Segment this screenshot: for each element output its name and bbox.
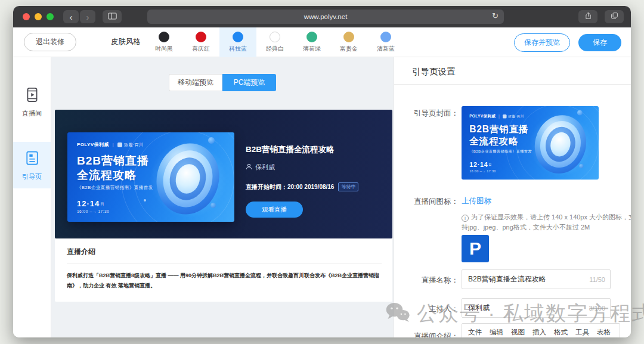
exit-decoration-button[interactable]: 退出装修 — [24, 33, 76, 51]
save-button[interactable]: 保存 — [578, 34, 621, 51]
sidebar-toggle-button[interactable] — [103, 10, 122, 23]
skin-swatch-green[interactable]: 薄荷绿 — [293, 27, 330, 57]
partner-logo: 致趣·百川 — [503, 114, 524, 119]
decor-dot — [144, 199, 146, 202]
reload-icon[interactable]: ↻ — [492, 11, 499, 20]
logo-separator: | — [113, 142, 114, 147]
skin-swatches: 时尚黑 喜庆红 科技蓝 经典白 薄荷绿 — [145, 27, 404, 57]
decor-dot — [577, 110, 583, 116]
skin-swatch-red[interactable]: 喜庆红 — [182, 27, 219, 57]
upload-hint: i为了保证显示效果，请上传 140 x 140px 大小的图标，支持jpg、jp… — [462, 212, 631, 233]
toolbar-actions: 保存并预览 保存 — [514, 27, 621, 57]
skin-swatch-black[interactable]: 时尚黑 — [145, 27, 182, 57]
live-intro-section: 直播介绍 保利威打造「B2B营销直播8级攻略」直播 —— 用90分钟拆解B2B营… — [55, 238, 392, 302]
upload-icon-link[interactable]: 上传图标 — [462, 196, 491, 206]
share-icon — [584, 11, 592, 22]
person-icon — [246, 163, 252, 171]
banner-subtitle: 《B2B企业直播营销指南》直播首发 — [469, 149, 532, 154]
logo-separator: | — [499, 114, 500, 118]
skin-swatch-lightblue[interactable]: 清新蓝 — [367, 27, 404, 57]
sidebar-item-label: 直播间 — [22, 109, 42, 118]
sidebar-item-live-room[interactable]: 直播间 — [13, 79, 51, 125]
skin-swatch-gold[interactable]: 富贵金 — [330, 27, 367, 57]
banner-time: 16:00 ─→ 17:30 — [469, 169, 496, 173]
editor-menu-insert[interactable]: 插入 — [532, 328, 546, 337]
swatch-label: 清新蓝 — [377, 45, 395, 53]
editor-menu-tools[interactable]: 工具 — [575, 328, 589, 337]
editor-menu-edit[interactable]: 编辑 — [490, 328, 503, 337]
status-badge: 等待中 — [338, 182, 358, 191]
color-dot — [159, 32, 169, 42]
decor-dot — [579, 164, 583, 168]
live-host: 保利威 — [246, 163, 358, 172]
banner-date: 12·14日 — [469, 161, 496, 168]
save-and-preview-button[interactable]: 保存并预览 — [514, 33, 570, 52]
editor-menu-bar: 文件 编辑 视图 插入 格式 工具 表格 — [462, 324, 620, 337]
back-button[interactable]: ‹ — [63, 10, 79, 23]
address-bar[interactable]: www.polyv.net ↻ — [147, 10, 504, 24]
editor-menu-view[interactable]: 视图 — [511, 328, 525, 337]
tab-pc-preview[interactable]: PC端预览 — [222, 74, 276, 91]
swatch-label: 时尚黑 — [155, 45, 173, 53]
skin-swatch-blue[interactable]: 科技蓝 — [219, 27, 256, 57]
swatch-label: 经典白 — [266, 45, 284, 53]
forward-button[interactable]: › — [80, 10, 95, 23]
maximize-window-icon[interactable] — [47, 13, 54, 20]
live-name-label: 直播名称： — [399, 275, 459, 286]
live-name-field: 11/50 — [462, 269, 611, 289]
guide-page-icon — [24, 150, 41, 169]
banner-logos: POLYV保利威 | 致趣·百川 — [469, 113, 524, 119]
partner-logo: 致趣·百川 — [117, 142, 143, 148]
traffic-lights — [23, 13, 54, 20]
partner-logo-mark — [503, 114, 507, 119]
banner-date-block: 12·14日 16:00 ─→ 17:30 — [469, 161, 496, 173]
sidebar-item-label: 引导页 — [22, 172, 42, 181]
host-name: 保利威 — [255, 163, 275, 172]
tabs-overview-button[interactable] — [605, 10, 624, 23]
browser-window: ‹ › www.polyv.net ↻ — [13, 6, 631, 337]
info-icon: i — [462, 215, 469, 222]
cover-thumbnail-banner: POLYV保利威 | 致趣·百川 B2B营销直播 全流程攻略 《B2B企业直播营… — [462, 106, 599, 179]
settings-title: 引导页设置 — [412, 66, 456, 78]
color-dot — [270, 32, 280, 42]
sidebar-item-guide-page[interactable]: 引导页 — [13, 142, 51, 188]
tab-mobile-preview[interactable]: 移动端预览 — [169, 74, 222, 91]
room-intro-label: 直播间介绍： — [399, 331, 459, 337]
room-intro-editor[interactable]: 文件 编辑 视图 插入 格式 工具 表格 — [462, 323, 620, 337]
host-input[interactable] — [462, 304, 589, 312]
editor-menu-file[interactable]: 文件 — [468, 328, 482, 337]
live-start-time: 直播开始时间：20:00 2019/08/16 等待中 — [246, 182, 358, 191]
banner-subtitle: 《B2B企业直播营销指南》直播首发 — [77, 185, 153, 191]
banner-logos: POLYV保利威 | 致趣·百川 — [77, 141, 143, 148]
close-window-icon[interactable] — [23, 13, 30, 20]
browser-chrome: ‹ › www.polyv.net ↻ — [13, 6, 631, 27]
sidebar-toggle-icon — [108, 11, 117, 22]
decor-dot — [208, 137, 215, 144]
preview-tabs: 移动端预览 PC端预览 — [169, 74, 276, 91]
polyv-logo: POLYV保利威 — [77, 141, 109, 148]
banner-date: 12·14日 — [77, 199, 109, 208]
url-text: www.polyv.net — [304, 13, 348, 20]
swatch-label: 喜庆红 — [192, 45, 210, 53]
preview-area: 移动端预览 PC端预览 — [51, 57, 394, 337]
chrome-actions — [571, 10, 624, 23]
host-label: 主持人： — [399, 304, 459, 314]
skin-swatch-white[interactable]: 经典白 — [256, 27, 293, 57]
watch-live-button[interactable]: 观看直播 — [246, 202, 303, 218]
browser-nav: ‹ › — [63, 10, 95, 23]
partner-logo-mark — [117, 142, 122, 147]
forward-icon: › — [86, 13, 89, 21]
swatch-label: 富贵金 — [340, 45, 358, 53]
minimize-window-icon[interactable] — [35, 13, 42, 20]
back-icon: ‹ — [70, 13, 73, 21]
color-dot — [380, 32, 391, 42]
guide-page-preview: POLYV保利威 | 致趣·百川 B2B营销直播 全流程攻略 《B2B企业直播营… — [55, 110, 392, 238]
divider — [67, 264, 382, 264]
room-icon-preview: P — [462, 235, 489, 262]
editor-menu-table[interactable]: 表格 — [597, 328, 611, 337]
live-name-input[interactable] — [462, 275, 589, 284]
share-button[interactable] — [578, 10, 597, 23]
host-field: 3/100 — [462, 298, 611, 318]
editor-menu-format[interactable]: 格式 — [554, 328, 568, 337]
cover-label: 引导页封面： — [399, 109, 459, 119]
